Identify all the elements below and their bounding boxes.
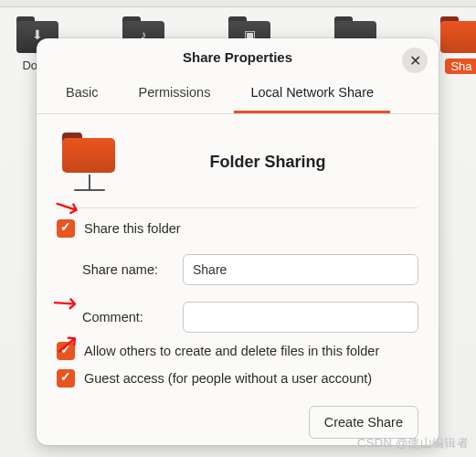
divider xyxy=(57,207,418,208)
allow-others-label: Allow others to create and delete files … xyxy=(84,344,379,358)
folder-share[interactable]: Sha xyxy=(440,16,476,74)
share-this-folder-label: Share this folder xyxy=(84,221,181,236)
music-glyph-icon: ♪ xyxy=(141,27,147,42)
network-folder-icon xyxy=(57,133,122,191)
guest-access-label: Guest access (for people without a user … xyxy=(84,371,372,386)
folder-icon xyxy=(440,16,476,53)
dialog-footer: Create Share xyxy=(57,397,418,439)
tab-local-network-share[interactable]: Local Network Share xyxy=(234,76,390,113)
hero: Folder Sharing xyxy=(57,127,418,204)
watermark: CSDN @使山编辑者 xyxy=(357,435,469,452)
share-this-folder-row[interactable]: Share this folder xyxy=(57,219,418,238)
image-glyph-icon: ▣ xyxy=(244,27,256,42)
allow-others-checkbox[interactable] xyxy=(57,342,75,360)
share-name-row: Share name: xyxy=(82,254,418,285)
dialog-header: Share Properties ✕ xyxy=(37,38,439,76)
guest-access-checkbox[interactable] xyxy=(57,369,75,388)
share-this-folder-checkbox[interactable] xyxy=(57,219,75,238)
create-share-button[interactable]: Create Share xyxy=(309,406,418,439)
guest-access-row[interactable]: Guest access (for people without a user … xyxy=(57,369,418,388)
comment-input[interactable] xyxy=(183,302,418,333)
tab-basic[interactable]: Basic xyxy=(49,76,114,113)
dialog-title: Share Properties xyxy=(183,49,292,65)
tab-permissions[interactable]: Permissions xyxy=(122,76,227,113)
folder-label: Sha xyxy=(445,58,476,74)
share-name-input[interactable] xyxy=(183,254,418,285)
dialog-body: Folder Sharing Share this folder Share n… xyxy=(37,114,439,453)
allow-others-row[interactable]: Allow others to create and delete files … xyxy=(57,342,418,360)
download-glyph-icon: ⬇ xyxy=(32,27,43,42)
close-icon: ✕ xyxy=(409,52,421,69)
comment-row: Comment: xyxy=(82,302,418,333)
share-properties-dialog: Share Properties ✕ Basic Permissions Loc… xyxy=(37,38,439,445)
tabs: Basic Permissions Local Network Share xyxy=(37,76,439,114)
hero-title: Folder Sharing xyxy=(144,153,391,172)
share-name-label: Share name: xyxy=(82,262,172,277)
comment-label: Comment: xyxy=(82,310,172,324)
window-topbar xyxy=(0,0,476,7)
close-button[interactable]: ✕ xyxy=(402,48,428,73)
